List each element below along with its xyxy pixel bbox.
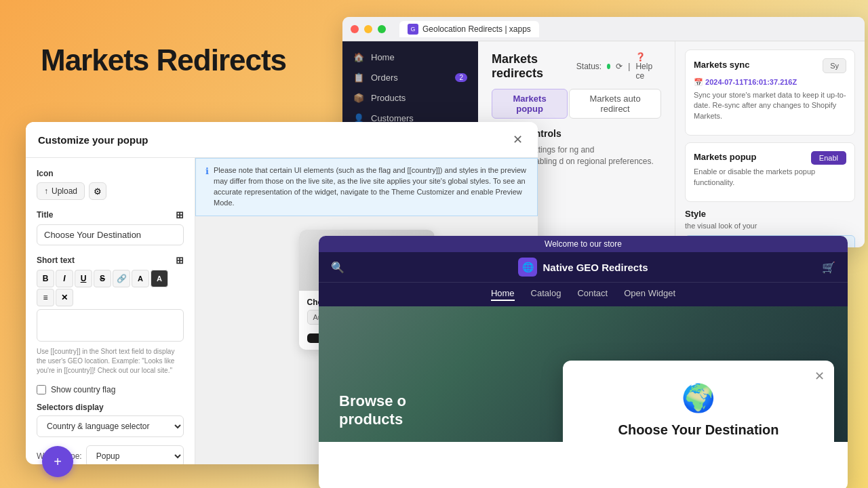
admin-browser-tab: G Geolocation Redirects | xapps (399, 21, 539, 37)
store-panel: Welcome to our store 🔍 🌐 Native GEO Redi… (319, 236, 848, 488)
style-sub: the visual look of your (685, 222, 855, 230)
close-dot[interactable] (351, 25, 359, 33)
markets-sync-text: Sync your store's market data to keep it… (694, 90, 846, 121)
link-button[interactable]: 🔗 (113, 270, 130, 287)
icon-label: Icon (37, 169, 184, 178)
customize-form: Icon ↑ Upload ⚙ Title ⊞ (26, 158, 195, 464)
page-title: Markets Redirects (41, 43, 286, 77)
selectors-dropdown[interactable]: Country & language selector (37, 415, 184, 437)
orders-badge: 2 (455, 73, 467, 82)
icon-group: Icon ↑ Upload ⚙ (37, 169, 184, 200)
fab-icon: + (54, 454, 62, 470)
close-button[interactable]: ✕ (509, 131, 526, 148)
widget-type-select[interactable]: Popup (86, 445, 184, 464)
tab-markets-popup[interactable]: Markets popup (492, 89, 568, 119)
cart-icon[interactable]: 🛒 (822, 261, 835, 274)
title-input[interactable] (37, 224, 184, 245)
store-logo: 🌐 Native GEO Redirects (518, 258, 648, 277)
sync-icon: ⟳ (616, 62, 623, 71)
upload-label: Upload (52, 186, 77, 196)
icon-label-text: Icon (37, 169, 54, 178)
minimize-dot[interactable] (364, 25, 372, 33)
hero-line1: Browse o (339, 392, 406, 410)
show-flag-label: Show country flag (51, 385, 115, 394)
separator: | (628, 62, 630, 71)
preview-notice-text: Please note that certain UI elements (su… (214, 165, 528, 209)
nav-link-catalog[interactable]: Catalog (531, 288, 561, 301)
text-toolbar: B I U S 🔗 A A ≡ ✕ (37, 270, 184, 306)
store-name: Native GEO Redirects (542, 262, 648, 273)
store-nav: Home Catalog Contact Open Widget (319, 282, 848, 306)
font-bg-button[interactable]: A (151, 270, 168, 287)
short-text-editor[interactable] (37, 309, 184, 342)
title-label-text: Title (37, 210, 53, 220)
sidebar-label-home: Home (371, 52, 395, 62)
show-flag-row: Show country flag (37, 385, 184, 394)
store-welcome-bar: Welcome to our store (319, 236, 848, 252)
upload-button[interactable]: ↑ Upload (37, 182, 85, 200)
store-logo-icon: 🌐 (518, 258, 537, 277)
geo-popup-title: Choose Your Destination (582, 422, 815, 438)
customize-header: Customize your popup ✕ (26, 122, 538, 158)
selectors-group: Selectors display Country & language sel… (37, 403, 184, 437)
show-flag-checkbox[interactable] (37, 385, 46, 394)
welcome-text: Welcome to our store (545, 239, 622, 249)
fab-button[interactable]: + (42, 446, 73, 477)
nav-link-home[interactable]: Home (491, 288, 515, 301)
bold-button[interactable]: B (37, 270, 54, 287)
strikethrough-button[interactable]: S (94, 270, 111, 287)
hero-content: Browse o products (319, 379, 427, 442)
sidebar-label-products: Products (371, 93, 406, 103)
markets-popup-text: Enable or disable the markets popup func… (694, 167, 846, 188)
markets-sync-card: Markets sync Sy 📅 2024-07-11T16:01:37.21… (685, 49, 855, 136)
preview-info-icon: ℹ (205, 165, 209, 209)
title-form-label: Title ⊞ (37, 209, 184, 220)
sidebar-item-orders[interactable]: 📋 Orders 2 (342, 67, 478, 87)
sidebar-item-products[interactable]: 📦 Products (342, 87, 478, 108)
globe-emoji: 🌍 (682, 383, 715, 413)
admin-titlebar: G Geolocation Redirects | xapps (342, 17, 865, 41)
status-label: Status: (576, 62, 601, 71)
globe-icon: 🌍 (582, 382, 815, 414)
hero-line2: products (339, 411, 406, 428)
home-icon: 🏠 (353, 52, 364, 62)
short-text-icon: ⊞ (176, 255, 184, 266)
maximize-dot[interactable] (378, 25, 386, 33)
admin-content-header: Markets redirects Status: ⟳ | ❓ Help ce (492, 52, 661, 81)
italic-button[interactable]: I (56, 270, 73, 287)
geo-modal-close-button[interactable]: ✕ (814, 369, 825, 384)
geolocation-icon: G (408, 24, 418, 35)
font-color-button[interactable]: A (132, 270, 149, 287)
enable-button[interactable]: Enabl (811, 151, 846, 165)
title-icon: ⊞ (176, 209, 184, 220)
store-search-icon[interactable]: 🔍 (331, 261, 344, 274)
store-topbar: 🔍 🌐 Native GEO Redirects 🛒 (319, 252, 848, 282)
sync-date: 📅 2024-07-11T16:01:37.216Z (694, 78, 797, 86)
sidebar-item-home[interactable]: 🏠 Home (342, 47, 478, 67)
short-text-label: Short text ⊞ (37, 255, 184, 266)
clear-button[interactable]: ✕ (56, 289, 73, 306)
sync-button[interactable]: Sy (823, 58, 846, 73)
align-button[interactable]: ≡ (37, 289, 54, 306)
short-text-hint: Use [[country]] in the Short text field … (37, 347, 184, 375)
selectors-label: Selectors display (37, 403, 184, 412)
upload-icon: ↑ (44, 186, 48, 196)
nav-link-contact[interactable]: Contact (577, 288, 608, 301)
products-icon: 📦 (353, 92, 364, 103)
short-text-label-text: Short text (37, 256, 75, 265)
customize-title: Customize your popup (38, 134, 149, 146)
markets-popup-title: Markets popup (694, 152, 756, 162)
preview-notice: ℹ Please note that certain UI elements (… (195, 158, 538, 216)
admin-status-bar: Status: ⟳ | ❓ Help ce (576, 52, 661, 81)
markets-sync-title: Markets sync (694, 60, 749, 70)
status-indicator (607, 64, 610, 69)
settings-button[interactable]: ⚙ (89, 182, 106, 200)
admin-right-cards: Markets sync Sy 📅 2024-07-11T16:01:37.21… (675, 41, 865, 247)
underline-button[interactable]: U (75, 270, 92, 287)
short-text-group: Short text ⊞ B I U S 🔗 A A ≡ ✕ Use [[cou… (37, 255, 184, 375)
sidebar-label-orders: Orders (371, 73, 398, 83)
nav-link-open-widget[interactable]: Open Widget (624, 288, 675, 301)
tab-markets-auto-redirect[interactable]: Markets auto redirect (569, 89, 661, 119)
gear-icon: ⚙ (94, 186, 102, 197)
admin-tab-label: Geolocation Redirects | xapps (422, 24, 531, 34)
